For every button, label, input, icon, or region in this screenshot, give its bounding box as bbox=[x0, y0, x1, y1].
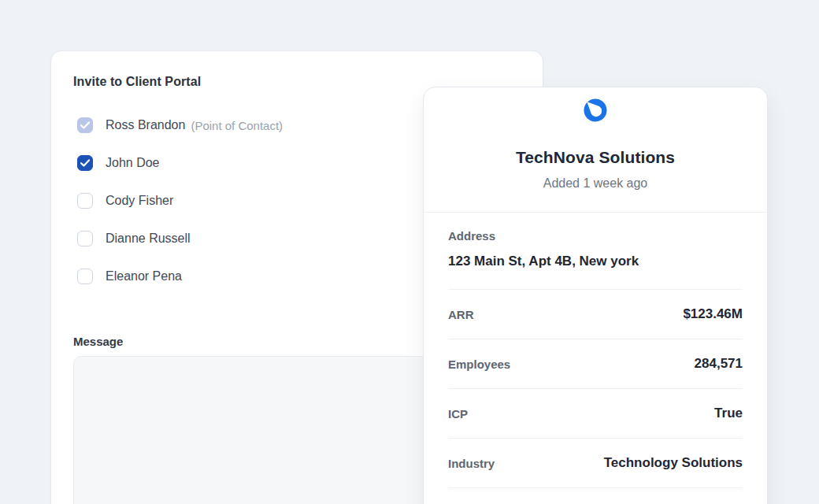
employees-value: 284,571 bbox=[695, 356, 743, 372]
icp-label: ICP bbox=[448, 407, 468, 421]
company-details: Address 123 Main St, Apt 4B, New york AR… bbox=[424, 213, 767, 488]
checkbox-eleanor-pena[interactable] bbox=[77, 269, 93, 284]
company-card-header: TechNova Solutions Added 1 week ago bbox=[424, 87, 767, 213]
checkbox-cody-fisher[interactable] bbox=[77, 193, 93, 209]
icp-row: ICP True bbox=[448, 389, 743, 439]
contact-name: Cody Fisher bbox=[106, 194, 173, 208]
arr-value: $123.46M bbox=[683, 306, 743, 322]
employees-label: Employees bbox=[448, 358, 510, 371]
arr-row: ARR $123.46M bbox=[448, 290, 743, 339]
checkbox-dianne-russell[interactable] bbox=[77, 231, 93, 246]
contact-role-suffix: (Point of Contact) bbox=[191, 119, 283, 132]
page-background: Invite to Client Portal Ross Brandon (Po… bbox=[0, 0, 819, 504]
address-label: Address bbox=[448, 229, 743, 243]
contact-name: Dianne Russell bbox=[106, 232, 191, 246]
company-card: TechNova Solutions Added 1 week ago Addr… bbox=[423, 87, 768, 504]
checkbox-john-doe[interactable] bbox=[77, 155, 93, 171]
company-logo-icon bbox=[582, 97, 609, 124]
industry-value: Technology Solutions bbox=[604, 455, 743, 471]
check-icon bbox=[80, 159, 90, 167]
employees-row: Employees 284,571 bbox=[448, 339, 743, 389]
industry-label: Industry bbox=[448, 457, 495, 470]
arr-label: ARR bbox=[448, 308, 474, 321]
company-added-timestamp: Added 1 week ago bbox=[424, 176, 767, 191]
check-icon bbox=[80, 121, 90, 129]
address-row: Address 123 Main St, Apt 4B, New york bbox=[448, 213, 743, 290]
contact-name: Eleanor Pena bbox=[106, 269, 182, 284]
company-name: TechNova Solutions bbox=[424, 148, 767, 167]
industry-row: Industry Technology Solutions bbox=[448, 439, 743, 488]
checkbox-ross-brandon[interactable] bbox=[77, 117, 93, 133]
icp-value: True bbox=[714, 406, 743, 421]
contact-name: John Doe bbox=[106, 156, 160, 170]
contact-name: Ross Brandon bbox=[106, 118, 185, 132]
address-value: 123 Main St, Apt 4B, New york bbox=[448, 254, 743, 269]
